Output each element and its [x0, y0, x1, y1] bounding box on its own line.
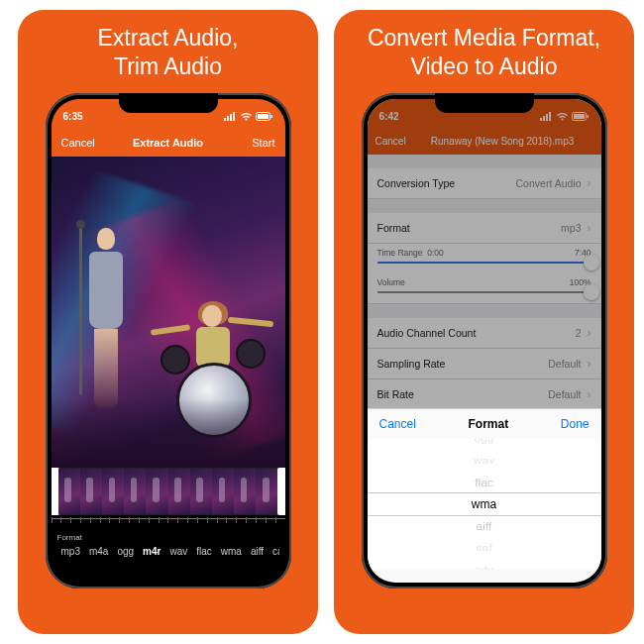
- volume-slider[interactable]: [377, 291, 591, 293]
- phone-frame: 6:35 Cancel Extract Audio Start: [46, 93, 291, 589]
- clock: 6:42: [379, 111, 399, 122]
- format-wheel[interactable]: oggwavflacwmaaiffcafadv: [368, 439, 601, 570]
- phone-frame: 6:42 Cancel Runaway (New Song 2018).mp3 …: [362, 93, 607, 589]
- picker-title: Format: [469, 417, 509, 431]
- picker-cancel-button[interactable]: Cancel: [379, 417, 416, 431]
- row-volume: Volume 100%: [368, 273, 601, 287]
- wheel-option-ogg[interactable]: ogg: [368, 439, 601, 447]
- chevron-right-icon: ›: [588, 176, 591, 190]
- nav-bar: Cancel Extract Audio Start: [52, 129, 285, 157]
- picker-done-button[interactable]: Done: [561, 417, 590, 431]
- cancel-button[interactable]: Cancel: [61, 137, 107, 149]
- battery-icon: [256, 112, 273, 121]
- row-bit-rate[interactable]: Bit Rate Default ›: [368, 379, 601, 410]
- slider-knob[interactable]: [584, 255, 599, 270]
- chevron-right-icon: ›: [588, 326, 591, 340]
- row-time-range: Time Range 0:00 7:40: [368, 244, 601, 258]
- trim-handle-right[interactable]: [278, 469, 285, 514]
- row-channel-count[interactable]: Audio Channel Count 2 ›: [368, 318, 601, 349]
- chevron-right-icon: ›: [588, 357, 591, 371]
- notch: [435, 93, 534, 113]
- svg-rect-6: [270, 115, 272, 118]
- format-option-ogg[interactable]: ogg: [113, 546, 138, 557]
- cancel-button[interactable]: Cancel: [376, 136, 406, 147]
- svg-rect-5: [258, 114, 268, 119]
- filename-label: Runaway (New Song 2018).mp3: [412, 136, 593, 147]
- promo-panel-convert: Convert Media Format, Video to Audio 6:4…: [334, 10, 634, 634]
- format-picker-row[interactable]: Format mp3m4aoggm4rwavflacwmaaiffcaf: [52, 529, 285, 581]
- format-option-wav[interactable]: wav: [165, 546, 191, 557]
- format-option-flac[interactable]: flac: [192, 546, 216, 557]
- panel-title: Extract Audio, Trim Audio: [98, 24, 239, 81]
- wheel-option-aiff[interactable]: aiff: [368, 516, 601, 536]
- svg-rect-12: [574, 114, 585, 119]
- trim-filmstrip[interactable]: [52, 468, 285, 515]
- svg-rect-8: [543, 116, 545, 121]
- row-format[interactable]: Format mp3 ›: [368, 213, 601, 244]
- format-option-aiff[interactable]: aiff: [247, 546, 268, 557]
- format-picker-sheet: Cancel Format Done oggwavflacwmaaiffcafa…: [368, 408, 601, 583]
- row-conversion-type[interactable]: Conversion Type Convert Audio ›: [368, 168, 601, 199]
- wheel-option-wav[interactable]: wav: [368, 453, 601, 468]
- video-preview[interactable]: [52, 157, 285, 468]
- screen-extract-audio: 6:35 Cancel Extract Audio Start: [52, 99, 285, 583]
- svg-rect-0: [224, 118, 226, 121]
- screen-convert: 6:42 Cancel Runaway (New Song 2018).mp3 …: [368, 99, 601, 583]
- trim-handle-left[interactable]: [52, 469, 58, 514]
- nav-bar: Cancel Runaway (New Song 2018).mp3: [368, 129, 601, 155]
- status-icons: [540, 112, 590, 121]
- slider-knob[interactable]: [584, 284, 599, 300]
- wifi-icon: [240, 112, 253, 121]
- status-icons: [224, 112, 273, 121]
- notch: [119, 93, 218, 113]
- wheel-option-flac[interactable]: flac: [368, 473, 601, 492]
- format-option-m4r[interactable]: m4r: [139, 546, 164, 557]
- format-option-mp3[interactable]: mp3: [57, 546, 84, 557]
- format-options[interactable]: mp3m4aoggm4rwavflacwmaaiffcaf: [57, 546, 279, 557]
- svg-rect-7: [540, 118, 542, 121]
- time-ruler: [52, 515, 285, 529]
- format-label: Format: [57, 533, 279, 542]
- time-range-slider[interactable]: [377, 262, 591, 264]
- svg-rect-1: [227, 116, 229, 121]
- format-option-caf[interactable]: caf: [268, 546, 278, 557]
- row-sampling-rate[interactable]: Sampling Rate Default ›: [368, 349, 601, 379]
- wifi-icon: [556, 112, 569, 121]
- promo-panel-extract: Extract Audio, Trim Audio 6:35 Cancel Ex…: [18, 10, 318, 634]
- screen-title: Extract Audio: [107, 137, 230, 149]
- panel-title: Convert Media Format, Video to Audio: [368, 24, 600, 81]
- chevron-right-icon: ›: [588, 387, 591, 401]
- svg-rect-13: [587, 115, 589, 118]
- svg-rect-3: [233, 112, 235, 121]
- svg-rect-2: [230, 114, 232, 121]
- svg-rect-10: [549, 112, 551, 121]
- svg-rect-9: [546, 114, 548, 121]
- chevron-right-icon: ›: [588, 221, 591, 235]
- signal-icon: [224, 112, 237, 121]
- start-button[interactable]: Start: [230, 137, 275, 149]
- format-option-wma[interactable]: wma: [217, 546, 246, 557]
- wheel-option-caf[interactable]: caf: [368, 540, 601, 555]
- wheel-option-adv[interactable]: adv: [368, 562, 601, 570]
- battery-icon: [572, 112, 590, 121]
- clock: 6:35: [63, 111, 83, 122]
- wheel-option-wma[interactable]: wma: [368, 493, 601, 515]
- signal-icon: [540, 112, 553, 121]
- format-option-m4a[interactable]: m4a: [85, 546, 112, 557]
